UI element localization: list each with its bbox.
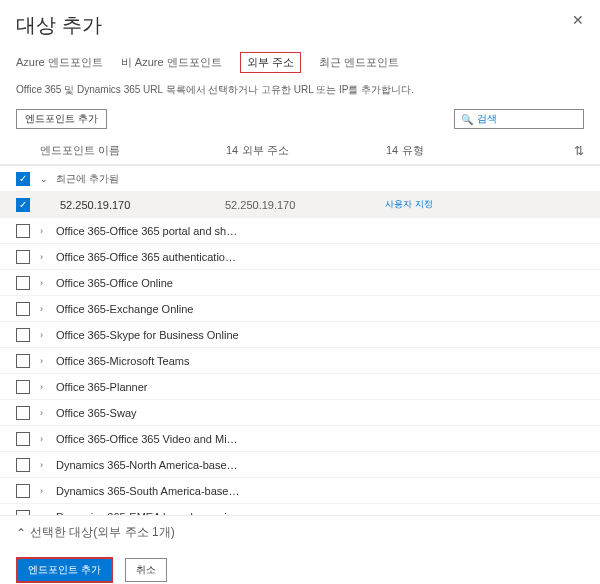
item-name: Office 365-Exchange Online: [56, 303, 241, 315]
chevron-right-icon[interactable]: ›: [40, 356, 50, 366]
list-item[interactable]: ›Dynamics 365-North America-based ...: [0, 452, 600, 478]
chevron-right-icon[interactable]: ›: [40, 226, 50, 236]
list-item[interactable]: ›Office 365-Exchange Online: [0, 296, 600, 322]
checkbox[interactable]: ✓: [16, 198, 30, 212]
list-item[interactable]: ›Office 365-Planner: [0, 374, 600, 400]
search-icon: 🔍: [461, 114, 473, 125]
list-item[interactable]: ›Office 365-Office 365 Video and Micr...: [0, 426, 600, 452]
chevron-right-icon[interactable]: ›: [40, 252, 50, 262]
chevron-up-icon: ⌃: [16, 526, 26, 540]
checkbox[interactable]: [16, 484, 30, 498]
list-item[interactable]: ›Office 365-Office 365 authentication ..…: [0, 244, 600, 270]
checkbox[interactable]: [16, 328, 30, 342]
tab-external-address[interactable]: 외부 주소: [240, 52, 301, 73]
item-name: Office 365-Planner: [56, 381, 241, 393]
list-item[interactable]: ›Dynamics 365-EMEA based organizat...: [0, 504, 600, 515]
checkbox[interactable]: [16, 406, 30, 420]
item-name: Office 365-Skype for Business Online: [56, 329, 241, 341]
list-item[interactable]: ›Office 365-Office 365 portal and shar..…: [0, 218, 600, 244]
cancel-button[interactable]: 취소: [125, 558, 167, 582]
column-type[interactable]: 14유형: [386, 143, 574, 158]
list-item[interactable]: ›Dynamics 365-South America-based ...: [0, 478, 600, 504]
add-endpoint-button[interactable]: 엔드포인트 추가: [16, 109, 107, 129]
item-name: Office 365-Office 365 Video and Micr...: [56, 433, 241, 445]
checkbox[interactable]: [16, 432, 30, 446]
item-name: Dynamics 365-EMEA based organizat...: [56, 511, 241, 516]
column-headers: 엔드포인트 이름 14외부 주소 14유형 ⇅: [0, 137, 600, 165]
group-label: 최근에 추가됨: [56, 172, 241, 186]
group-row-recent[interactable]: ✓ ⌄ 최근에 추가됨: [0, 166, 600, 192]
column-name[interactable]: 엔드포인트 이름: [16, 143, 226, 158]
chevron-right-icon[interactable]: ›: [40, 434, 50, 444]
selected-summary[interactable]: ⌃ 선택한 대상(외부 주소 1개): [0, 516, 600, 549]
checkbox[interactable]: [16, 510, 30, 516]
item-name: Office 365-Office Online: [56, 277, 241, 289]
tab-recent-endpoint[interactable]: 최근 엔드포인트: [319, 55, 399, 73]
list-item[interactable]: ›Office 365-Microsoft Teams: [0, 348, 600, 374]
item-name: Office 365-Microsoft Teams: [56, 355, 241, 367]
list-item[interactable]: ›Office 365-Sway: [0, 400, 600, 426]
checkbox[interactable]: [16, 458, 30, 472]
chevron-right-icon[interactable]: ›: [40, 278, 50, 288]
checkbox[interactable]: [16, 354, 30, 368]
list-item[interactable]: ›Office 365-Skype for Business Online: [0, 322, 600, 348]
checkbox[interactable]: [16, 224, 30, 238]
item-name: Dynamics 365-North America-based ...: [56, 459, 241, 471]
page-title: 대상 추가: [16, 12, 584, 39]
item-name: Office 365-Office 365 portal and shar...: [56, 225, 241, 237]
chevron-right-icon[interactable]: ›: [40, 304, 50, 314]
chevron-right-icon[interactable]: ›: [40, 512, 50, 516]
item-name: Dynamics 365-South America-based ...: [56, 485, 241, 497]
checkbox[interactable]: [16, 380, 30, 394]
tab-azure-endpoint[interactable]: Azure 엔드포인트: [16, 55, 103, 73]
item-address: 52.250.19.170: [225, 199, 385, 211]
add-endpoint-submit-button[interactable]: 엔드포인트 추가: [16, 557, 113, 583]
chevron-right-icon[interactable]: ›: [40, 330, 50, 340]
list-item[interactable]: ›Office 365-Office Online: [0, 270, 600, 296]
column-address[interactable]: 14외부 주소: [226, 143, 386, 158]
checkbox[interactable]: [16, 250, 30, 264]
chevron-down-icon[interactable]: ⌄: [40, 174, 50, 184]
tab-bar: Azure 엔드포인트 비 Azure 엔드포인트 외부 주소 최근 엔드포인트: [0, 47, 600, 79]
chevron-right-icon[interactable]: ›: [40, 460, 50, 470]
tab-non-azure-endpoint[interactable]: 비 Azure 엔드포인트: [121, 55, 222, 73]
chevron-right-icon[interactable]: ›: [40, 382, 50, 392]
checkbox[interactable]: [16, 302, 30, 316]
chevron-right-icon[interactable]: ›: [40, 408, 50, 418]
search-input[interactable]: 🔍 검색: [454, 109, 584, 129]
close-icon[interactable]: ✕: [572, 12, 584, 28]
item-type: 사용자 지정: [385, 198, 584, 211]
endpoint-list[interactable]: ✓ ⌄ 최근에 추가됨 ✓52.250.19.17052.250.19.170사…: [0, 165, 600, 515]
checkbox[interactable]: [16, 276, 30, 290]
item-name: Office 365-Sway: [56, 407, 241, 419]
description-text: Office 365 및 Dynamics 365 URL 목록에서 선택하거나…: [0, 79, 600, 105]
search-placeholder: 검색: [477, 112, 497, 126]
chevron-right-icon[interactable]: ›: [40, 486, 50, 496]
checkbox[interactable]: ✓: [16, 172, 30, 186]
item-name: 52.250.19.170: [40, 199, 225, 211]
list-item[interactable]: ✓52.250.19.17052.250.19.170사용자 지정: [0, 192, 600, 218]
sort-swap-icon[interactable]: ⇅: [574, 144, 584, 158]
item-name: Office 365-Office 365 authentication ...: [56, 251, 241, 263]
